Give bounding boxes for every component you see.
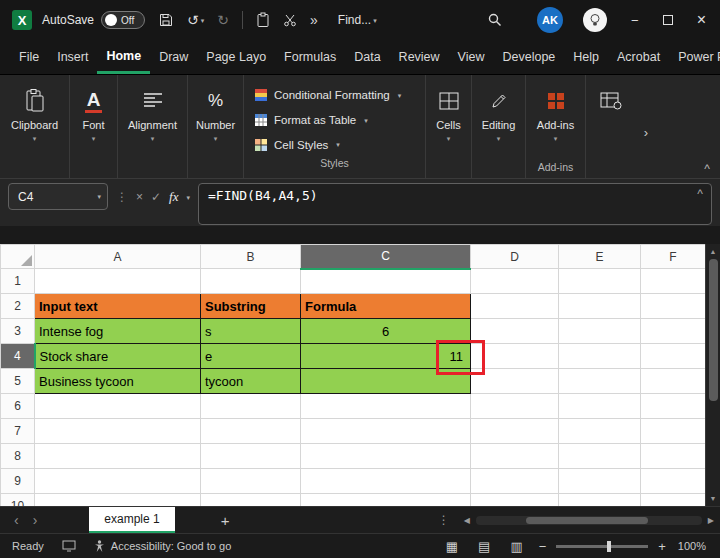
- cell[interactable]: [559, 344, 641, 369]
- cell[interactable]: [471, 394, 559, 419]
- cell[interactable]: [641, 294, 706, 319]
- cut-button[interactable]: [283, 13, 297, 27]
- horizontal-scrollbar[interactable]: [476, 516, 702, 525]
- alignment-group-button[interactable]: Alignment ▾: [118, 75, 188, 178]
- cell-b2[interactable]: Substring: [201, 294, 301, 319]
- cell-a4[interactable]: Stock share: [35, 344, 201, 369]
- find-button[interactable]: Find... ▾: [338, 13, 377, 27]
- cell[interactable]: [641, 319, 706, 344]
- row-header-4[interactable]: 4: [1, 344, 35, 369]
- cell[interactable]: [641, 269, 706, 294]
- cell[interactable]: [301, 394, 471, 419]
- redo-button[interactable]: ↻: [217, 13, 229, 27]
- cell[interactable]: [35, 394, 201, 419]
- previous-sheet-button[interactable]: ‹: [14, 512, 19, 528]
- ribbon-tab-help[interactable]: Help: [564, 40, 608, 74]
- cell[interactable]: [559, 394, 641, 419]
- ribbon-tab-data[interactable]: Data: [345, 40, 389, 74]
- cell[interactable]: [35, 419, 201, 444]
- ribbon-tab-home[interactable]: Home: [97, 40, 150, 74]
- cell-a2[interactable]: Input text: [35, 294, 201, 319]
- cell[interactable]: [471, 269, 559, 294]
- cell[interactable]: [559, 319, 641, 344]
- minimize-button[interactable]: −: [631, 13, 639, 28]
- add-sheet-button[interactable]: +: [221, 512, 230, 529]
- cell[interactable]: [301, 444, 471, 469]
- ribbon-tab-review[interactable]: Review: [390, 40, 449, 74]
- cell-styles-button[interactable]: Cell Styles ▾: [244, 132, 425, 157]
- cell[interactable]: [35, 444, 201, 469]
- monitor-icon[interactable]: [62, 540, 76, 552]
- autosave-toggle[interactable]: Off: [101, 11, 145, 29]
- clipboard-button[interactable]: [256, 12, 270, 28]
- cell-a3[interactable]: Intense fog: [35, 319, 201, 344]
- cell[interactable]: [35, 269, 201, 294]
- cell[interactable]: [471, 469, 559, 494]
- row-header-1[interactable]: 1: [1, 269, 35, 294]
- addins-group-button[interactable]: Add-ins ▾ Add-ins: [526, 75, 586, 178]
- editing-group-button[interactable]: Editing ▾: [472, 75, 526, 178]
- sheet-options-icon[interactable]: ⋮: [438, 513, 450, 527]
- cell[interactable]: [559, 419, 641, 444]
- zoom-slider-thumb[interactable]: [607, 541, 611, 552]
- accessibility-icon[interactable]: [94, 540, 105, 553]
- row-header-2[interactable]: 2: [1, 294, 35, 319]
- zoom-out-button[interactable]: −: [539, 539, 547, 554]
- vertical-scrollbar[interactable]: ▲ ▼: [705, 244, 720, 506]
- zoom-level[interactable]: 100%: [678, 540, 706, 552]
- tips-button[interactable]: [583, 8, 607, 32]
- font-group-button[interactable]: A Font ▾: [70, 75, 118, 178]
- cell[interactable]: [201, 444, 301, 469]
- collapse-formula-bar-icon[interactable]: ^: [697, 187, 703, 201]
- column-header-d[interactable]: D: [471, 245, 559, 269]
- zoom-in-button[interactable]: +: [658, 539, 666, 554]
- zoom-slider[interactable]: [556, 545, 648, 548]
- cell[interactable]: [559, 494, 641, 507]
- cell-c2[interactable]: Formula: [301, 294, 471, 319]
- more-ribbon-groups-button[interactable]: ›: [636, 75, 656, 178]
- cell-a5[interactable]: Business tycoon: [35, 369, 201, 394]
- cell-b5[interactable]: tycoon: [201, 369, 301, 394]
- cell[interactable]: [201, 394, 301, 419]
- row-header-10[interactable]: 10: [1, 494, 35, 507]
- cell[interactable]: [641, 394, 706, 419]
- account-avatar[interactable]: AK: [537, 7, 563, 33]
- cell[interactable]: [641, 419, 706, 444]
- cell[interactable]: [641, 369, 706, 394]
- format-as-table-button[interactable]: Format as Table ▾: [244, 108, 425, 133]
- cell[interactable]: [35, 469, 201, 494]
- row-header-9[interactable]: 9: [1, 469, 35, 494]
- scroll-left-icon[interactable]: ◀: [464, 516, 470, 525]
- ribbon-tab-formulas[interactable]: Formulas: [275, 40, 345, 74]
- ribbon-tab-power-pivot[interactable]: Power Piv: [669, 40, 720, 74]
- collapse-ribbon-button[interactable]: ^: [704, 162, 710, 176]
- column-header-e[interactable]: E: [559, 245, 641, 269]
- cell[interactable]: [471, 419, 559, 444]
- cell[interactable]: [559, 444, 641, 469]
- row-header-8[interactable]: 8: [1, 444, 35, 469]
- scroll-up-icon[interactable]: ▲: [710, 244, 717, 259]
- search-button[interactable]: [487, 12, 503, 28]
- cell[interactable]: [201, 269, 301, 294]
- normal-view-button[interactable]: ▦: [446, 539, 458, 554]
- next-sheet-button[interactable]: ›: [33, 512, 38, 528]
- row-header-6[interactable]: 6: [1, 394, 35, 419]
- cell[interactable]: [471, 294, 559, 319]
- select-all-button[interactable]: [1, 245, 35, 269]
- cell[interactable]: [559, 469, 641, 494]
- cell[interactable]: [301, 419, 471, 444]
- cell[interactable]: [201, 419, 301, 444]
- close-button[interactable]: ×: [697, 11, 706, 29]
- cell[interactable]: [301, 494, 471, 507]
- ribbon-tab-view[interactable]: View: [449, 40, 494, 74]
- insert-function-button[interactable]: fx: [169, 189, 178, 205]
- cancel-entry-button[interactable]: ×: [136, 190, 143, 204]
- cell[interactable]: [559, 369, 641, 394]
- save-button[interactable]: [158, 12, 174, 28]
- cell[interactable]: [201, 494, 301, 507]
- more-commands-button[interactable]: »: [310, 13, 318, 27]
- cell-b3[interactable]: s: [201, 319, 301, 344]
- cell[interactable]: [35, 494, 201, 507]
- accessibility-status[interactable]: Accessibility: Good to go: [111, 540, 231, 552]
- maximize-button[interactable]: [663, 15, 673, 25]
